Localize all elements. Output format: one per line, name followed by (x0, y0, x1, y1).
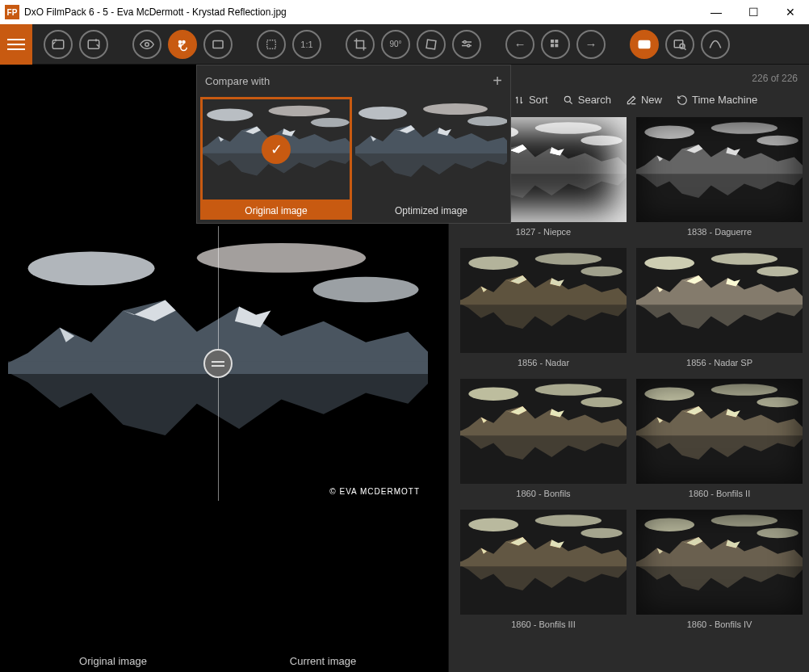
preset-label: 1860 - Bonfils (460, 484, 627, 502)
add-compare-icon[interactable]: + (493, 72, 502, 90)
right-view-label: Current image (218, 655, 428, 667)
straighten-icon[interactable] (417, 30, 446, 59)
minimize-button[interactable]: — (698, 0, 735, 24)
svg-rect-12 (267, 40, 276, 48)
prev-icon[interactable]: ← (505, 30, 534, 59)
preset-card[interactable]: 1860 - Bonfils III (460, 510, 627, 632)
close-button[interactable]: ✕ (772, 0, 809, 24)
sliders-icon[interactable] (452, 30, 481, 59)
svg-point-7 (145, 42, 149, 46)
compare-original[interactable]: ✓ Original image (200, 97, 352, 220)
preset-label: 1856 - Nadar SP (636, 353, 803, 371)
main-toolbar: 1:1 90° ← → (0, 24, 809, 65)
preset-label: 1860 - Bonfils II (636, 484, 803, 502)
next-icon[interactable]: → (576, 30, 606, 59)
histogram-icon[interactable] (701, 30, 730, 59)
preset-label: 1856 - Nadar (460, 353, 627, 371)
left-view-label: Original image (8, 655, 218, 667)
crop-icon[interactable] (346, 30, 375, 59)
menu-button[interactable] (0, 24, 32, 65)
comparison-viewer[interactable]: © EVA MCDERMOTT (8, 226, 428, 501)
rotate-90-icon[interactable]: 90° (381, 30, 410, 59)
open-image-icon[interactable] (44, 30, 73, 59)
svg-rect-17 (555, 40, 558, 43)
watermark: © EVA MCDERMOTT (329, 487, 420, 496)
preset-card[interactable]: 1838 - Daguerre (636, 117, 803, 240)
svg-rect-18 (551, 44, 554, 47)
window-title: DxO FilmPack 6 - 5 - Eva McDermott - Kry… (24, 6, 287, 18)
one-to-one-icon[interactable]: 1:1 (292, 30, 321, 59)
svg-rect-19 (555, 44, 558, 47)
svg-rect-16 (551, 40, 554, 43)
preset-card[interactable]: 1856 - Nadar (460, 248, 627, 371)
svg-point-23 (564, 96, 570, 102)
titlebar: FP DxO FilmPack 6 - 5 - Eva McDermott - … (0, 0, 809, 24)
preset-label: 1827 - Niepce (460, 222, 627, 240)
compare-optimized[interactable]: Optimized image (355, 97, 507, 220)
compare-label: Original image (200, 202, 352, 220)
sort-button[interactable]: Sort (513, 94, 548, 106)
search-button[interactable]: Search (563, 94, 611, 106)
compare-heading: Compare with (205, 75, 270, 87)
new-button[interactable]: New (626, 94, 662, 106)
preset-card[interactable]: 1860 - Bonfils II (636, 379, 803, 502)
check-icon: ✓ (262, 135, 291, 164)
compare-icon[interactable] (168, 30, 197, 59)
svg-point-8 (179, 40, 182, 43)
viewer-labels: Original image Current image (8, 655, 428, 667)
svg-point-9 (182, 40, 185, 43)
export-image-icon[interactable] (79, 30, 108, 59)
crop-marquee-icon[interactable] (257, 30, 286, 59)
compare-popup: Compare with + ✓ Original image Optimize… (196, 65, 511, 224)
grid-view-icon[interactable] (541, 30, 570, 59)
preset-card[interactable]: 1860 - Bonfils (460, 379, 627, 502)
preset-label: 1860 - Bonfils IV (636, 615, 803, 632)
svg-point-14 (463, 40, 466, 43)
svg-rect-20 (639, 40, 650, 48)
presets-panel-icon[interactable] (630, 30, 659, 59)
svg-rect-13 (426, 40, 436, 49)
svg-rect-11 (213, 40, 223, 48)
single-view-icon[interactable] (203, 30, 233, 59)
compare-label: Optimized image (355, 202, 507, 220)
left-panel: Compare with + ✓ Original image Optimize… (0, 65, 448, 672)
preset-label: 1860 - Bonfils III (460, 615, 627, 632)
preset-card[interactable]: 1856 - Nadar SP (636, 248, 803, 371)
preset-card[interactable]: 1860 - Bonfils IV (636, 510, 803, 632)
split-handle[interactable] (203, 349, 233, 378)
preset-label: 1838 - Daguerre (636, 222, 803, 240)
svg-rect-5 (52, 40, 64, 48)
svg-point-15 (467, 44, 470, 47)
app-logo: FP (5, 5, 19, 19)
preview-icon[interactable] (132, 30, 161, 59)
maximize-button[interactable]: ☐ (735, 0, 772, 24)
search-panel-icon[interactable] (665, 30, 694, 59)
time-machine-button[interactable]: Time Machine (677, 94, 757, 106)
